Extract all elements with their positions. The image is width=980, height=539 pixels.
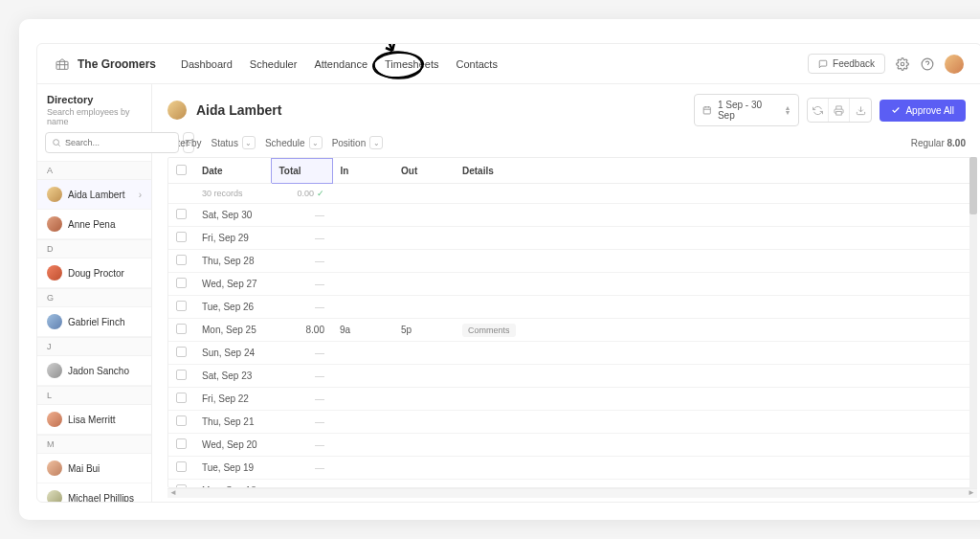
refresh-button[interactable] — [808, 99, 829, 122]
cell-in — [332, 203, 393, 226]
avatar — [47, 187, 62, 202]
directory-subtitle: Search employees by name — [47, 107, 142, 126]
table-row[interactable]: Tue, Sep 26— — [168, 295, 976, 318]
nav-dashboard[interactable]: Dashboard — [181, 58, 233, 70]
row-checkbox[interactable] — [176, 438, 187, 449]
help-button[interactable] — [920, 56, 935, 72]
cell-out — [393, 203, 455, 226]
regular-summary: Regular 8.00 — [911, 138, 966, 148]
table-row[interactable]: Tue, Sep 19— — [168, 456, 976, 479]
page-title: Aida Lambert — [196, 102, 281, 118]
cell-out — [393, 387, 455, 410]
filter-status[interactable]: Status⌄ — [212, 136, 256, 149]
cell-date: Thu, Sep 21 — [194, 410, 271, 433]
chevron-down-icon: ⌄ — [242, 136, 256, 149]
table-row[interactable]: Sat, Sep 30— — [168, 203, 976, 226]
row-checkbox[interactable] — [176, 232, 187, 242]
filter-schedule[interactable]: Schedule⌄ — [265, 136, 323, 149]
cell-details — [455, 433, 976, 456]
cell-date: Fri, Sep 22 — [194, 387, 271, 410]
settings-button[interactable] — [895, 56, 910, 72]
table-row[interactable]: Thu, Sep 21— — [168, 410, 976, 433]
comments-pill[interactable]: Comments — [462, 324, 516, 337]
letter-divider: M — [37, 435, 151, 454]
row-checkbox[interactable] — [176, 301, 187, 311]
svg-rect-0 — [56, 61, 68, 69]
employee-row[interactable]: Doug Proctor — [37, 258, 151, 288]
row-checkbox[interactable] — [176, 370, 187, 380]
table-row[interactable]: Mon, Sep 18— — [168, 479, 976, 488]
avatar — [47, 490, 62, 502]
row-checkbox[interactable] — [176, 324, 187, 334]
table-row[interactable]: Wed, Sep 20— — [168, 433, 976, 456]
employee-name: Michael Phillips — [68, 493, 134, 503]
row-checkbox[interactable] — [176, 278, 187, 288]
cell-total: — — [271, 295, 332, 318]
select-all-checkbox[interactable] — [176, 165, 187, 175]
employee-row[interactable]: Gabriel Finch — [37, 307, 151, 337]
employee-row[interactable]: Aida Lambert› — [37, 180, 151, 210]
nav-timesheets[interactable]: Timesheets — [385, 58, 438, 70]
row-checkbox[interactable] — [176, 393, 187, 403]
table-row[interactable]: Fri, Sep 29— — [168, 226, 976, 249]
cell-total: — — [271, 410, 332, 433]
row-checkbox[interactable] — [176, 415, 187, 426]
cell-details — [455, 479, 976, 488]
nav-scheduler[interactable]: Scheduler — [250, 58, 298, 70]
export-button[interactable] — [850, 99, 871, 122]
svg-rect-12 — [836, 111, 842, 115]
row-checkbox[interactable] — [176, 209, 187, 219]
row-checkbox[interactable] — [176, 347, 187, 357]
search-input[interactable] — [45, 132, 179, 153]
records-count: 30 records — [194, 183, 271, 203]
date-range-picker[interactable]: 1 Sep - 30 Sep ▲▼ — [694, 94, 799, 126]
table-row[interactable]: Thu, Sep 28— — [168, 249, 976, 272]
cell-total: — — [271, 433, 332, 456]
main-nav: Dashboard Scheduler Attendance Timesheet… — [181, 58, 498, 70]
user-avatar[interactable] — [945, 55, 964, 74]
filter-position[interactable]: Position⌄ — [332, 136, 384, 149]
vertical-scrollbar[interactable] — [969, 157, 977, 488]
horizontal-scrollbar[interactable] — [167, 488, 977, 498]
cell-date: Thu, Sep 28 — [194, 249, 271, 272]
table-row[interactable]: Sat, Sep 23— — [168, 364, 976, 387]
avatar — [47, 363, 62, 378]
cell-in — [332, 341, 393, 364]
cell-date: Sat, Sep 30 — [194, 203, 271, 226]
cell-total: — — [271, 249, 332, 272]
avatar — [47, 314, 62, 329]
col-total[interactable]: Total — [271, 159, 332, 184]
cell-date: Tue, Sep 19 — [194, 456, 271, 479]
row-checkbox[interactable] — [176, 255, 187, 265]
employee-row[interactable]: Michael Phillips — [37, 483, 151, 502]
gear-icon — [896, 57, 909, 71]
employee-avatar — [167, 101, 187, 120]
table-row[interactable]: Mon, Sep 258.009a5pComments — [168, 318, 976, 341]
col-in[interactable]: In — [332, 159, 393, 184]
row-checkbox[interactable] — [176, 461, 187, 472]
table-row[interactable]: Fri, Sep 22— — [168, 387, 976, 410]
cell-in — [332, 249, 393, 272]
nav-contacts[interactable]: Contacts — [457, 58, 498, 70]
col-out[interactable]: Out — [393, 159, 455, 184]
cell-details — [455, 341, 976, 364]
print-button[interactable] — [829, 99, 850, 122]
cell-details — [455, 387, 976, 410]
nav-attendance[interactable]: Attendance — [314, 58, 368, 70]
cell-details — [455, 203, 976, 226]
employee-name: Mai Bui — [68, 463, 100, 474]
check-icon: ✓ — [317, 189, 324, 198]
table-row[interactable]: Sun, Sep 24— — [168, 341, 976, 364]
cell-out — [393, 456, 455, 479]
col-date[interactable]: Date — [194, 159, 271, 184]
feedback-button[interactable]: Feedback — [808, 54, 885, 74]
employee-row[interactable]: Anne Pena — [37, 210, 151, 239]
approve-all-button[interactable]: Approve All — [880, 100, 966, 122]
employee-row[interactable]: Jadon Sancho — [37, 356, 151, 386]
timesheet-table: Date Total In Out Details 30 records 0.0… — [168, 158, 976, 488]
employee-row[interactable]: Lisa Merritt — [37, 405, 151, 435]
col-details[interactable]: Details — [455, 159, 976, 184]
table-row[interactable]: Wed, Sep 27— — [168, 272, 976, 295]
cell-total: — — [271, 203, 332, 226]
employee-row[interactable]: Mai Bui — [37, 454, 151, 483]
